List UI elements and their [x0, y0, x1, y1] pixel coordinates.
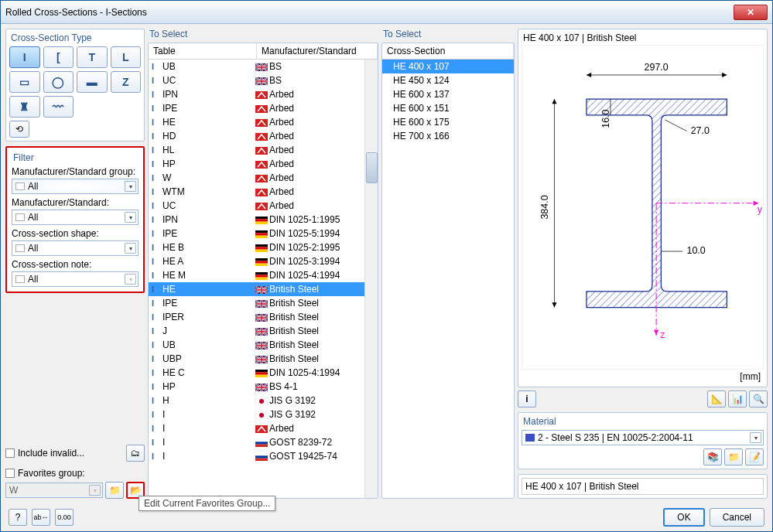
favorites-new-button[interactable]: 📁	[105, 482, 124, 499]
table-row[interactable]: IHPBS 4-1	[149, 380, 378, 394]
axis-z: z	[660, 329, 665, 340]
table-row[interactable]: IHLArbed	[149, 143, 378, 157]
close-button[interactable]: ✕	[734, 5, 768, 20]
material-new-button[interactable]: 📁	[724, 448, 743, 466]
scrollbar-track[interactable]	[364, 60, 378, 498]
i-section-icon: I	[152, 368, 162, 377]
include-invalid-checkbox[interactable]	[5, 448, 15, 458]
type-i-section[interactable]: I	[9, 46, 40, 68]
i-section-icon: I	[152, 354, 162, 363]
table-row[interactable]: IUCArbed	[149, 199, 378, 213]
svg-point-37	[259, 399, 264, 404]
table-row[interactable]: IIPERBritish Steel	[149, 310, 378, 324]
svg-line-55	[665, 120, 687, 131]
cross-section-row[interactable]: HE 700 x 166	[382, 129, 514, 143]
precision-button[interactable]: 0.00	[55, 509, 74, 526]
table-row[interactable]: IHE BDIN 1025-2:1995	[149, 240, 378, 254]
table-row[interactable]: IUBPBritish Steel	[149, 352, 378, 366]
i-section-icon: I	[152, 131, 162, 141]
list1-col-table[interactable]: Table	[149, 43, 257, 59]
cross-section-row[interactable]: HE 600 x 137	[382, 87, 514, 101]
i-section-icon: I	[152, 215, 162, 224]
svg-rect-13	[255, 221, 268, 223]
table-row[interactable]: IHE MDIN 1025-4:1994	[149, 268, 378, 282]
svg-rect-44	[255, 453, 268, 455]
svg-rect-33	[255, 372, 268, 374]
i-section-icon: I	[152, 271, 162, 280]
table-row[interactable]: IIPNArbed	[149, 87, 378, 101]
include-invalid-settings-button[interactable]: 🗂	[126, 445, 145, 462]
table-row[interactable]: IHJIS G 3192	[149, 394, 378, 408]
i-section-icon: I	[152, 312, 162, 322]
flag-icon	[255, 298, 269, 309]
table-row[interactable]: IHE CDIN 1025-4:1994	[149, 366, 378, 380]
type-rect-hollow[interactable]: ▭	[9, 71, 40, 93]
flag-icon	[255, 103, 269, 114]
section-props-button[interactable]: 📐	[707, 390, 726, 408]
table-row[interactable]: IUCBS	[149, 73, 378, 87]
svg-marker-60	[654, 330, 658, 336]
filter-mfg-group-combo[interactable]: All▾	[12, 179, 139, 194]
filter-note-combo[interactable]: All▾	[12, 271, 139, 287]
table-row[interactable]: IHEArbed	[149, 115, 378, 129]
scrollbar-thumb[interactable]	[366, 152, 378, 183]
filter-mfg-combo[interactable]: All▾	[12, 210, 139, 225]
info-button[interactable]: i	[518, 390, 536, 408]
table-row[interactable]: IUBBS	[149, 60, 378, 73]
table-row[interactable]: IWTMArbed	[149, 185, 378, 199]
cross-section-row[interactable]: HE 600 x 175	[382, 115, 514, 129]
cross-section-row[interactable]: HE 600 x 151	[382, 101, 514, 115]
type-tee[interactable]: T	[77, 46, 108, 68]
material-library-button[interactable]: 📚	[703, 448, 722, 466]
svg-rect-41	[255, 439, 268, 442]
material-edit-button[interactable]: 📝	[745, 448, 764, 466]
filter-mfg-label: Manufacturer/Standard:	[12, 197, 139, 208]
table-row[interactable]: IHPArbed	[149, 157, 378, 171]
svg-rect-24	[255, 275, 268, 277]
table-row[interactable]: IJBritish Steel	[149, 324, 378, 338]
table-row[interactable]: IIJIS G 3192	[149, 408, 378, 421]
titlebar: Rolled Cross-Sections - I-Sections ✕	[1, 1, 772, 24]
list2-col[interactable]: Cross-Section	[382, 43, 514, 59]
type-angle[interactable]: L	[111, 46, 142, 68]
search-button[interactable]: 🔍	[749, 390, 768, 408]
units-button[interactable]: ab↔	[32, 509, 50, 526]
type-zee[interactable]: Z	[111, 71, 142, 93]
type-round-hollow[interactable]: ◯	[43, 71, 74, 93]
stress-lines-button[interactable]: 📊	[728, 390, 747, 408]
table-row[interactable]: IIGOST 19425-74	[149, 449, 378, 463]
cross-section-row[interactable]: HE 450 x 124	[382, 73, 514, 87]
flag-icon	[255, 367, 269, 378]
ok-button[interactable]: OK	[663, 508, 704, 527]
type-rail[interactable]: ♜	[9, 96, 40, 118]
table-row[interactable]: IIPEBritish Steel	[149, 296, 378, 310]
type-corrugated[interactable]: 〰	[43, 96, 74, 118]
cancel-button[interactable]: Cancel	[710, 508, 764, 527]
favorites-combo[interactable]: W▾	[5, 483, 103, 498]
table-row[interactable]: IIPEDIN 1025-5:1994	[149, 227, 378, 240]
table-row[interactable]: IIArbed	[149, 421, 378, 435]
favorites-checkbox[interactable]	[5, 469, 15, 478]
help-button[interactable]: ?	[9, 509, 27, 526]
flag-icon	[255, 409, 269, 420]
material-combo[interactable]: 2 - Steel S 235 | EN 10025-2:2004-11 ▾	[522, 430, 764, 445]
cross-section-row[interactable]: HE 400 x 107	[382, 60, 514, 73]
flag-icon	[255, 89, 269, 100]
table-row[interactable]: IHE ADIN 1025-3:1994	[149, 254, 378, 268]
table-row[interactable]: IHEBritish Steel	[149, 282, 378, 296]
type-reset-button[interactable]: ⟲	[9, 121, 29, 138]
i-section-icon: I	[152, 285, 162, 294]
list1-col-mfg[interactable]: Manufacturer/Standard	[257, 43, 378, 59]
svg-rect-17	[255, 244, 268, 247]
type-channel[interactable]: [	[43, 46, 74, 68]
filter-shape-combo[interactable]: All▾	[12, 240, 139, 256]
table-row[interactable]: IIGOST 8239-72	[149, 435, 378, 449]
table-row[interactable]: IIPNDIN 1025-1:1995	[149, 213, 378, 227]
table-row[interactable]: IHDArbed	[149, 129, 378, 143]
filter-title: Filter	[12, 152, 139, 163]
table-row[interactable]: IWArbed	[149, 171, 378, 185]
filter-group: Filter Manufacturer/Standard group: All▾…	[5, 146, 145, 293]
type-flat[interactable]: ▬	[77, 71, 108, 93]
table-row[interactable]: IUBBritish Steel	[149, 338, 378, 352]
table-row[interactable]: IIPEArbed	[149, 101, 378, 115]
